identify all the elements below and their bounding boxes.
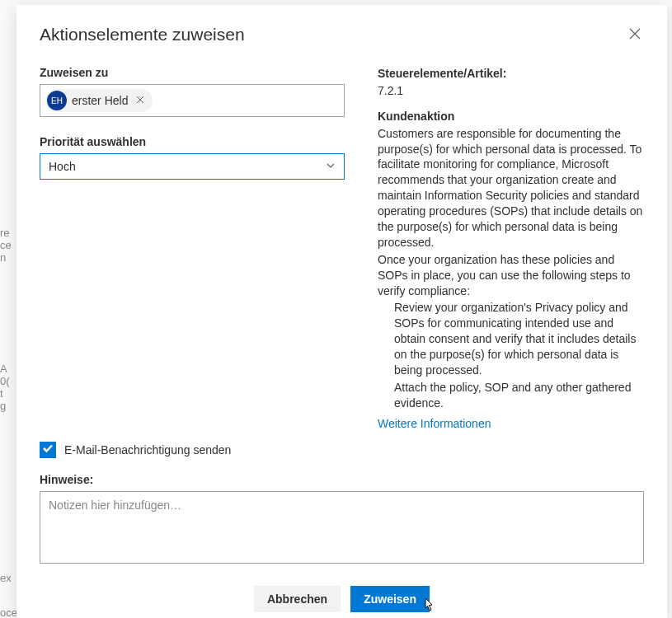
bg-fragment: re ce n bbox=[0, 227, 12, 264]
checkmark-icon bbox=[42, 442, 54, 456]
notes-label: Hinweise: bbox=[40, 473, 644, 486]
priority-dropdown[interactable]: Hoch bbox=[40, 153, 345, 180]
priority-label: Priorität auswählen bbox=[40, 135, 345, 148]
assign-to-input[interactable]: EH erster Held bbox=[40, 84, 345, 117]
cancel-button[interactable]: Abbrechen bbox=[254, 586, 341, 612]
customer-action-text-1: Customers are responsible for documentin… bbox=[378, 126, 644, 250]
assign-to-label: Zuweisen zu bbox=[40, 66, 345, 79]
persona-name: erster Held bbox=[72, 94, 128, 107]
bg-fragment: ex bbox=[0, 572, 12, 584]
customer-action-step-1: Review your organization's Privacy polic… bbox=[378, 300, 644, 377]
controls-value: 7.2.1 bbox=[378, 83, 644, 99]
customer-action-text-2: Once your organization has these policie… bbox=[378, 252, 644, 299]
persona-initials: EH bbox=[47, 91, 67, 110]
priority-value: Hoch bbox=[49, 160, 76, 173]
dialog-header: Aktionselemente zuweisen bbox=[40, 25, 644, 46]
notes-textarea[interactable] bbox=[40, 491, 644, 564]
dialog-title: Aktionselemente zuweisen bbox=[40, 25, 245, 44]
info-panel: Steuerelemente/Artikel: 7.2.1 Kundenakti… bbox=[378, 66, 644, 432]
customer-action-step-2: Attach the policy, SOP and any other gat… bbox=[378, 380, 644, 411]
chevron-down-icon bbox=[326, 160, 336, 173]
dialog-footer: Abbrechen Zuweisen bbox=[40, 586, 644, 612]
remove-persona-button[interactable] bbox=[133, 93, 148, 108]
email-notification-row: E-Mail-Benachrichtigung senden bbox=[40, 442, 644, 458]
assign-button[interactable]: Zuweisen bbox=[350, 586, 430, 612]
bg-fragment: A 0( t g bbox=[0, 363, 10, 412]
assign-action-items-dialog: Aktionselemente zuweisen Zuweisen zu EH … bbox=[16, 5, 667, 618]
close-icon bbox=[629, 28, 641, 42]
close-button[interactable] bbox=[626, 25, 644, 46]
email-notification-label: E-Mail-Benachrichtigung senden bbox=[64, 443, 231, 456]
email-notification-checkbox[interactable] bbox=[40, 442, 56, 458]
more-info-link[interactable]: Weitere Informationen bbox=[378, 416, 491, 432]
controls-label: Steuerelemente/Artikel: bbox=[378, 66, 644, 82]
customer-action-label: Kundenaktion bbox=[378, 109, 644, 124]
persona-chip[interactable]: EH erster Held bbox=[45, 89, 153, 112]
x-icon bbox=[136, 95, 144, 106]
